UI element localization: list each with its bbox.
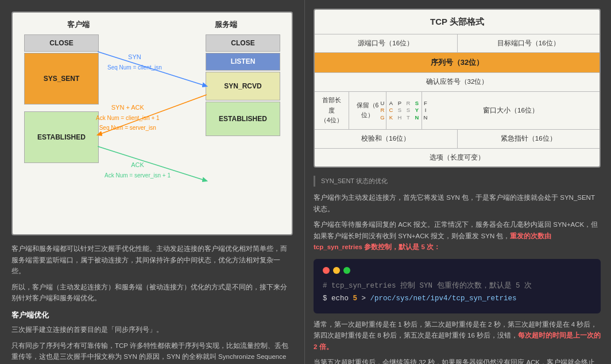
options-cell: 选项（长度可变） (315, 149, 600, 167)
server-column: CLOSE LISTEN SYN_RCVD ESTABLISHED (206, 34, 280, 137)
header-length-cell: 首部长度（4位） (315, 92, 349, 130)
code-block: # tcp_syn_retries 控制 SYN 包重传的次数，默认是 5 次 … (314, 259, 601, 313)
right-panel: TCP 头部格式 源端口号（16位） 目标端口号（16位） 序列号（32位） 确… (304, 0, 611, 364)
bottom-text-2: 当第五次超时重传后，会继续等待 32 秒，如果服务器端仍然没有回应 ACK，客户… (314, 357, 601, 364)
tcp-header-table: TCP 头部格式 源端口号（16位） 目标端口号（16位） 序列号（32位） 确… (314, 9, 601, 168)
tcp-row-ports: 源端口号（16位） 目标端口号（16位） (315, 34, 600, 53)
urgent-cell: 紧急指针（16位） (458, 130, 600, 148)
checksum-cell: 校验和（16位） (315, 130, 458, 148)
tcp-row-ack: 确认应答号（32位） (315, 73, 600, 92)
code-cmd: $ echo (323, 295, 353, 303)
client-sys-sent-state: SYS_SENT (24, 53, 99, 104)
bottom-text-1: 通常，第一次超时重传是在 1 秒后，第二次超时重传是在 2 秒，第三次超时重传是… (314, 319, 601, 353)
code-comment: # tcp_syn_retries 控制 SYN 包重传的次数，默认是 5 次 (323, 282, 532, 290)
left-para3: 三次握手建立连接的首要目的是「同步序列号」。 (11, 324, 293, 336)
server-syn-rcvd-state: SYN_RCVD (206, 72, 280, 100)
server-listen-state: LISTEN (206, 53, 280, 70)
server-established-state: ESTABLISHED (206, 102, 280, 136)
code-dots (323, 267, 591, 274)
syn-ack-label: SYN + ACK Ack Num = client_isn + 1 Seq N… (96, 102, 160, 133)
ack-num-cell: 确认应答号（32位） (315, 73, 600, 91)
code-comment-line: # tcp_syn_retries 控制 SYN 包重传的次数，默认是 5 次 (323, 280, 591, 293)
left-panel: 客户端 服务端 CLOSE SYS_SENT ESTABLISHED CLOSE… (0, 0, 304, 364)
syn-label: SYN Seq Num = client_isn (107, 52, 162, 72)
highlight-retries: 重发的次数由 tcp_syn_retries 参数控制，默认是 5 次： (314, 233, 551, 251)
left-para1: 客户端和服务端都可以针对三次握手优化性能。主动发起连接的客户端优化相对简单些，而… (11, 243, 293, 277)
right-body-text-1: 客户端作为主动发起连接方，首先它将发送 SYN 包，于是客户端的连接就会处于 S… (314, 192, 601, 215)
server-close-state: CLOSE (206, 34, 280, 52)
flags-cell: U A P R S F R C S S Y I (386, 92, 422, 130)
window-size-cell: 窗口大小（16位） (422, 92, 600, 130)
tcp-row-checksum: 校验和（16位） 紧急指针（16位） (315, 130, 600, 149)
diagram-header: 客户端 服务端 (18, 18, 286, 31)
green-dot (343, 267, 350, 274)
client-optimize-title: 客户端优化 (11, 309, 293, 321)
tcp-row-options: 选项（长度可变） (315, 149, 600, 167)
code-path: /proc/sys/net/ipv4/tcp_syn_retries (370, 295, 517, 303)
sidebar-section: SYN_SENT 状态的优化 (314, 176, 601, 187)
left-para4: 只有同步了序列号才有可靠传输，TCP 许多特性都依赖于序列号实现，比如流量控制、… (11, 340, 293, 364)
diagram-body: CLOSE SYS_SENT ESTABLISHED CLOSE LISTEN … (18, 34, 286, 224)
client-close-state: CLOSE (24, 34, 99, 52)
tcp-row-seq: 序列号（32位） (315, 53, 600, 73)
left-para2: 所以，客户端（主动发起连接方）和服务端（被动连接方）优化的方式是不同的，接下来分… (11, 282, 293, 304)
seq-num-cell: 序列号（32位） (315, 53, 600, 72)
source-port-cell: 源端口号（16位） (315, 34, 458, 53)
code-num: 5 (353, 295, 358, 303)
ack-label: ACK Ack Num = server_isn + 1 (105, 160, 171, 180)
dest-port-cell: 目标端口号（16位） (458, 34, 600, 53)
code-cmd-line: $ echo 5 > /proc/sys/net/ipv4/tcp_syn_re… (323, 292, 591, 305)
client-established-state: ESTABLISHED (24, 111, 99, 163)
sidebar-label: SYN_SENT 状态的优化 (321, 176, 601, 187)
red-dot (323, 267, 330, 274)
server-label: 服务端 (165, 18, 286, 31)
right-body-text-2: 客户端在等待服务端回复的 ACK 报文。正常情况下，服务器会在几毫秒内返回 SY… (314, 219, 601, 253)
yellow-dot (333, 267, 340, 274)
tcp-handshake-diagram: 客户端 服务端 CLOSE SYS_SENT ESTABLISHED CLOSE… (11, 11, 293, 235)
tcp-row-flags: 首部长度（4位） 保留（6位） U A P R S F R C S (315, 92, 600, 130)
left-text-content: 客户端和服务端都可以针对三次握手优化性能。主动发起连接的客户端优化相对简单些，而… (11, 243, 293, 364)
tcp-header-title: TCP 头部格式 (315, 10, 600, 34)
code-cmd-mid: > (357, 295, 370, 303)
client-column: CLOSE SYS_SENT ESTABLISHED (24, 34, 99, 164)
highlight-double: 每次超时的时间是上一次的 2 倍。 (314, 332, 601, 350)
client-label: 客户端 (18, 18, 139, 31)
